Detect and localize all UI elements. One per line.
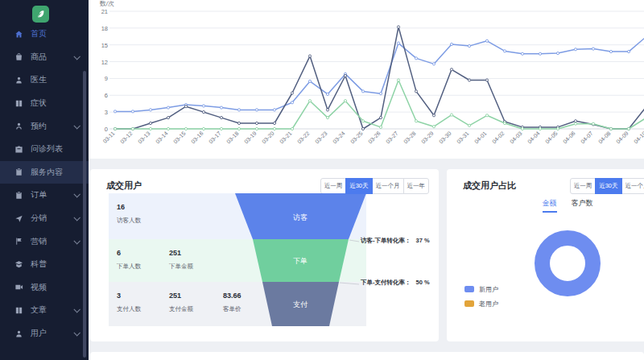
data-point[interactable] bbox=[450, 114, 452, 116]
sidebar-item-service[interactable]: 服务内容 bbox=[0, 161, 89, 184]
data-point[interactable] bbox=[273, 122, 275, 124]
sidebar-item-article[interactable]: 文章 bbox=[0, 299, 89, 322]
data-point[interactable] bbox=[344, 100, 346, 102]
sidebar-item-appointment[interactable]: 预约 bbox=[0, 114, 89, 138]
data-point[interactable] bbox=[432, 126, 435, 128]
data-point[interactable] bbox=[237, 122, 240, 124]
data-point[interactable] bbox=[237, 127, 240, 130]
data-point[interactable] bbox=[379, 93, 382, 95]
data-point[interactable] bbox=[308, 80, 311, 82]
data-point[interactable] bbox=[379, 117, 382, 119]
data-point[interactable] bbox=[308, 55, 311, 57]
data-point[interactable] bbox=[627, 51, 630, 53]
data-point[interactable] bbox=[450, 43, 452, 45]
data-point[interactable] bbox=[485, 114, 488, 117]
data-point[interactable] bbox=[521, 52, 523, 55]
data-point[interactable] bbox=[237, 109, 240, 111]
data-point[interactable] bbox=[556, 52, 559, 55]
data-point[interactable] bbox=[220, 117, 222, 119]
data-point[interactable] bbox=[574, 122, 576, 125]
data-point[interactable] bbox=[609, 127, 612, 130]
data-point[interactable] bbox=[397, 79, 399, 81]
data-point[interactable] bbox=[149, 109, 151, 111]
sidebar-item-video[interactable]: 视频 bbox=[0, 276, 89, 300]
data-point[interactable] bbox=[114, 110, 116, 113]
data-point[interactable] bbox=[521, 127, 523, 130]
data-point[interactable] bbox=[415, 120, 417, 122]
legend-item[interactable]: 新用户 bbox=[464, 282, 498, 296]
app-logo[interactable] bbox=[32, 6, 49, 23]
data-point[interactable] bbox=[167, 106, 169, 109]
data-point[interactable] bbox=[149, 127, 151, 130]
data-point[interactable] bbox=[167, 117, 169, 119]
ratio-range-tab[interactable]: 近一个月 bbox=[621, 178, 644, 194]
data-point[interactable] bbox=[220, 106, 222, 109]
data-point[interactable] bbox=[503, 122, 506, 124]
sidebar-scrollbar[interactable] bbox=[83, 71, 86, 358]
sidebar-item-doctor[interactable]: 医生 bbox=[0, 68, 89, 92]
ratio-metric-tab[interactable]: 客户数 bbox=[572, 198, 593, 213]
ratio-metric-tab[interactable]: 金额 bbox=[543, 198, 557, 213]
sidebar-item-distribution[interactable]: 分销 bbox=[0, 207, 89, 230]
data-point[interactable] bbox=[468, 79, 470, 81]
data-point[interactable] bbox=[202, 127, 204, 130]
data-point[interactable] bbox=[255, 122, 258, 124]
sidebar-item-science[interactable]: 科普 bbox=[0, 253, 89, 276]
data-point[interactable] bbox=[255, 127, 258, 130]
data-point[interactable] bbox=[415, 90, 417, 93]
data-point[interactable] bbox=[291, 127, 293, 130]
funnel-range-tab[interactable]: 近一年 bbox=[403, 178, 430, 194]
data-point[interactable] bbox=[539, 127, 541, 130]
data-point[interactable] bbox=[397, 42, 399, 44]
data-point[interactable] bbox=[468, 124, 470, 126]
sidebar-item-user[interactable]: 用户 bbox=[0, 322, 89, 346]
data-point[interactable] bbox=[291, 92, 293, 94]
data-point[interactable] bbox=[609, 51, 612, 53]
sidebar-item-symptom[interactable]: 症状 bbox=[0, 92, 89, 115]
data-point[interactable] bbox=[468, 45, 470, 48]
data-point[interactable] bbox=[485, 39, 488, 42]
data-point[interactable] bbox=[397, 26, 399, 28]
data-point[interactable] bbox=[432, 63, 435, 65]
data-point[interactable] bbox=[361, 90, 364, 93]
funnel-range-tab[interactable]: 近一周 bbox=[320, 178, 347, 194]
data-point[interactable] bbox=[556, 127, 559, 130]
data-point[interactable] bbox=[432, 114, 435, 117]
data-point[interactable] bbox=[415, 57, 417, 60]
data-point[interactable] bbox=[131, 110, 134, 113]
ratio-range-tab[interactable]: 近一周 bbox=[570, 178, 597, 194]
data-point[interactable] bbox=[450, 68, 452, 71]
data-point[interactable] bbox=[202, 111, 204, 114]
sidebar-item-goods[interactable]: 商品 bbox=[0, 46, 89, 69]
data-point[interactable] bbox=[308, 100, 311, 102]
data-point[interactable] bbox=[273, 127, 275, 130]
sidebar-item-marketing[interactable]: 营销 bbox=[0, 230, 89, 253]
legend-item[interactable]: 老用户 bbox=[464, 296, 498, 311]
data-point[interactable] bbox=[344, 74, 346, 77]
data-point[interactable] bbox=[592, 122, 594, 125]
data-point[interactable] bbox=[149, 122, 151, 124]
funnel-range-tab[interactable]: 近30天 bbox=[345, 178, 372, 194]
data-point[interactable] bbox=[220, 127, 222, 130]
data-point[interactable] bbox=[326, 93, 328, 95]
data-point[interactable] bbox=[574, 48, 576, 51]
data-point[interactable] bbox=[131, 127, 134, 130]
funnel-range-tab[interactable]: 近一个月 bbox=[372, 178, 404, 194]
sidebar-item-consult[interactable]: 问诊列表 bbox=[0, 138, 89, 161]
data-point[interactable] bbox=[592, 48, 594, 50]
data-point[interactable] bbox=[291, 101, 293, 104]
data-point[interactable] bbox=[361, 127, 364, 130]
data-point[interactable] bbox=[485, 79, 488, 81]
data-point[interactable] bbox=[503, 50, 506, 52]
data-point[interactable] bbox=[326, 117, 328, 119]
data-point[interactable] bbox=[627, 127, 630, 130]
data-point[interactable] bbox=[255, 109, 258, 111]
data-point[interactable] bbox=[167, 127, 169, 130]
data-point[interactable] bbox=[202, 105, 204, 107]
data-point[interactable] bbox=[114, 127, 116, 130]
sidebar-item-order[interactable]: 订单 bbox=[0, 184, 89, 207]
data-point[interactable] bbox=[326, 109, 328, 111]
data-point[interactable] bbox=[361, 120, 364, 122]
sidebar-item-home[interactable]: 首页 bbox=[0, 23, 89, 46]
data-point[interactable] bbox=[379, 126, 382, 128]
